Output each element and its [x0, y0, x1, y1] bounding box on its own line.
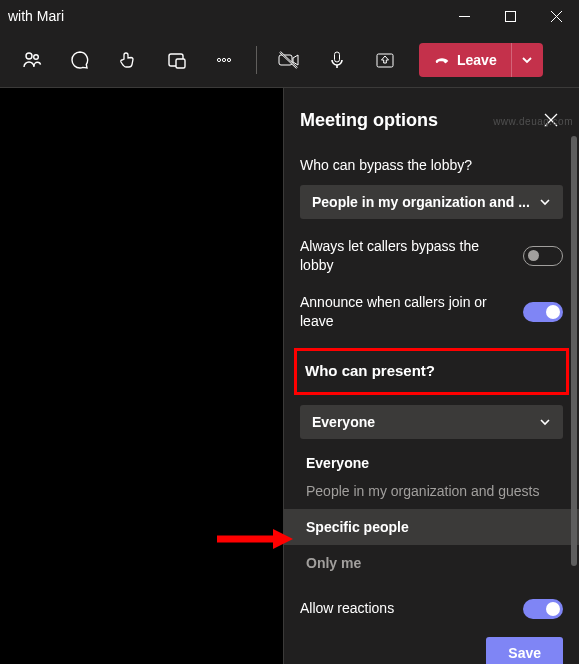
reactions-row: Allow reactions [300, 599, 563, 619]
svg-point-9 [222, 58, 225, 61]
chat-button[interactable] [58, 40, 102, 80]
camera-button[interactable] [267, 40, 311, 80]
watermark: www.deuag.com [493, 116, 573, 127]
option-only-me[interactable]: Only me [284, 545, 579, 581]
mic-button[interactable] [315, 40, 359, 80]
announce-toggle[interactable] [523, 302, 563, 322]
toolbar-divider [256, 46, 257, 74]
meeting-options-panel: Meeting options Who can bypass the lobby… [283, 88, 579, 664]
panel-title: Meeting options [300, 110, 438, 131]
present-value: Everyone [312, 414, 375, 430]
reactions-button[interactable] [106, 40, 150, 80]
chevron-down-icon [539, 416, 551, 428]
minimize-button[interactable] [441, 0, 487, 32]
leave-button[interactable]: Leave [419, 43, 511, 77]
announce-row: Announce when callers join or leave [300, 293, 563, 331]
share-button[interactable] [363, 40, 407, 80]
announce-label: Announce when callers join or leave [300, 293, 523, 331]
panel-scrollbar[interactable] [571, 136, 577, 566]
bypass-lobby-label: Who can bypass the lobby? [300, 156, 563, 175]
option-specific-people[interactable]: Specific people [284, 509, 579, 545]
hangup-icon [433, 51, 451, 69]
leave-caret-button[interactable] [511, 43, 543, 77]
always-let-label: Always let callers bypass the lobby [300, 237, 523, 275]
svg-point-5 [34, 54, 39, 59]
window-title: with Mari [8, 8, 64, 24]
svg-rect-1 [505, 11, 515, 21]
leave-button-group: Leave [419, 43, 543, 77]
main-area: Meeting options Who can bypass the lobby… [0, 88, 579, 664]
chevron-down-icon [521, 54, 533, 66]
more-button[interactable] [202, 40, 246, 80]
rooms-button[interactable] [154, 40, 198, 80]
option-everyone[interactable]: Everyone [284, 445, 579, 481]
present-select[interactable]: Everyone [300, 405, 563, 439]
window-titlebar: with Mari [0, 0, 579, 32]
meeting-stage [0, 88, 283, 664]
present-label-highlight: Who can present? [294, 348, 569, 394]
svg-rect-13 [335, 52, 340, 62]
save-button[interactable]: Save [486, 637, 563, 664]
chevron-down-icon [539, 196, 551, 208]
save-row: Save [300, 637, 563, 664]
always-let-row: Always let callers bypass the lobby [300, 237, 563, 275]
call-toolbar: Leave [0, 32, 579, 88]
bypass-lobby-select[interactable]: People in my organization and ... [300, 185, 563, 219]
option-everyone-sub: People in my organization and guests [284, 481, 579, 509]
people-button[interactable] [10, 40, 54, 80]
reactions-toggle[interactable] [523, 599, 563, 619]
window-controls [441, 0, 579, 32]
svg-point-10 [227, 58, 230, 61]
svg-point-4 [26, 53, 32, 59]
svg-rect-7 [176, 59, 185, 68]
maximize-button[interactable] [487, 0, 533, 32]
close-window-button[interactable] [533, 0, 579, 32]
leave-label: Leave [457, 52, 497, 68]
svg-point-8 [217, 58, 220, 61]
reactions-label: Allow reactions [300, 599, 523, 618]
present-label: Who can present? [305, 361, 558, 381]
present-dropdown: Everyone People in my organization and g… [284, 445, 579, 581]
svg-line-12 [280, 52, 297, 68]
always-let-toggle[interactable] [523, 246, 563, 266]
bypass-lobby-value: People in my organization and ... [312, 194, 530, 210]
